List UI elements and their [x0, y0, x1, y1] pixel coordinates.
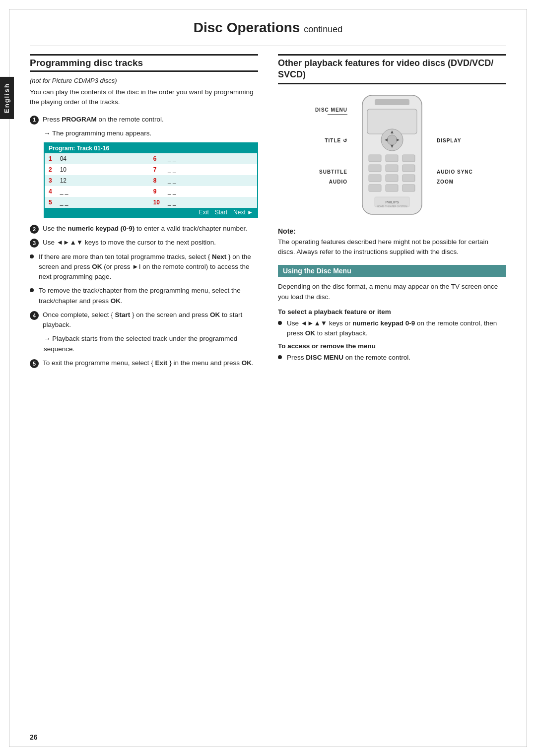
svg-text:◄: ◄: [384, 137, 389, 142]
step-3-content: Use ◄►▲▼ keys to move the cursor to the …: [43, 238, 258, 248]
program-table-header: Program: Track 01-16: [45, 143, 257, 153]
table-row: 1 04 6 _ _: [45, 153, 257, 164]
right-section-title: Other playback features for video discs …: [278, 54, 506, 84]
step-4-content: Once complete, select { Start } on the s…: [43, 310, 258, 330]
bullet-item-2: To remove the track/chapter from the pro…: [30, 286, 258, 306]
svg-rect-17: [402, 175, 415, 182]
disc-menu-label: DISC MENU: [308, 105, 347, 115]
step-1-content: Press PROGRAM on the remote control.: [43, 115, 258, 125]
svg-rect-15: [369, 175, 381, 182]
step-5: 5 To exit the programme menu, select { E…: [30, 358, 258, 368]
svg-text:►: ►: [396, 137, 401, 142]
step-2: 2 Use the numeric keypad (0-9) to enter …: [30, 224, 258, 234]
title-label: TITLE ↺: [308, 136, 347, 144]
program-table-wrapper: Program: Track 01-16 1 04 6 _ _ 2 10 7: [44, 142, 258, 218]
bullet-item-1: If there are more than ten total program…: [30, 252, 258, 282]
svg-rect-1: [375, 99, 409, 105]
subsection-text: Depending on the disc format, a menu may…: [278, 282, 506, 302]
step-num-4: 4: [30, 311, 39, 320]
page-header: Disc Operations continued: [30, 20, 506, 36]
table-row: 5 _ _ 10 _ _: [45, 197, 257, 208]
step-1: 1 Press PROGRAM on the remote control.: [30, 115, 258, 125]
display-label: DISPLAY: [437, 136, 476, 144]
access-menu-heading: To access or remove the menu: [278, 342, 506, 350]
page-number: 26: [30, 733, 38, 741]
bullet-text-2: To remove the track/chapter from the pro…: [39, 286, 258, 306]
svg-rect-16: [386, 175, 398, 182]
intro-text: You can play the contents of the disc in…: [30, 87, 258, 108]
svg-rect-14: [402, 165, 415, 172]
access-menu-dot: [278, 355, 282, 359]
svg-rect-19: [386, 185, 398, 191]
step-2-content: Use the numeric keypad (0-9) to enter a …: [43, 224, 258, 234]
select-feature-dot: [278, 321, 282, 325]
right-column: Other playback features for video discs …: [278, 54, 506, 372]
step-4: 4 Once complete, select { Start } on the…: [30, 310, 258, 330]
audio-label: AUDIO: [308, 177, 347, 185]
note-italic: (not for Picture CD/MP3 discs): [30, 77, 258, 84]
step-1-arrow: The programming menu appears.: [44, 128, 258, 138]
left-section-title: Programming disc tracks: [30, 54, 258, 72]
audio-sync-label: AUDIO SYNC: [437, 167, 476, 175]
access-menu-text: Press DISC MENU on the remote control.: [287, 353, 410, 363]
svg-text:▼: ▼: [390, 143, 395, 149]
subtitle-label: SUBTITLE: [308, 167, 347, 175]
step-4-arrow: Playback starts from the selected track …: [44, 334, 258, 354]
remote-diagram: ▲ ▼ ◄ ►: [308, 90, 476, 219]
left-column: Programming disc tracks (not for Picture…: [30, 54, 258, 372]
subsection-bar: Using the Disc Menu: [278, 265, 506, 277]
step-num-5: 5: [30, 359, 39, 368]
bullet-dot-1: [30, 254, 34, 258]
step-5-content: To exit the programme menu, select { Exi…: [43, 358, 258, 368]
svg-rect-13: [386, 165, 398, 172]
program-table-footer: Exit Start Next ►: [45, 208, 257, 217]
select-feature-bullet: Use ◄►▲▼ keys or numeric keypad 0-9 on t…: [278, 318, 506, 339]
svg-text:▲: ▲: [390, 129, 395, 134]
svg-rect-20: [402, 185, 415, 191]
continued-label: continued: [304, 24, 342, 34]
svg-text:HOME THEATER SYSTEM: HOME THEATER SYSTEM: [377, 205, 407, 208]
select-feature-text: Use ◄►▲▼ keys or numeric keypad 0-9 on t…: [287, 318, 506, 339]
remote-illustration-wrapper: ▲ ▼ ◄ ►: [278, 90, 506, 219]
step-num-1: 1: [30, 116, 39, 125]
page-title: Disc Operations continued: [30, 20, 506, 36]
step-3: 3 Use ◄►▲▼ keys to move the cursor to th…: [30, 238, 258, 248]
note-box: Note: The operating features described h…: [278, 227, 506, 257]
table-row: 3 12 8 _ _: [45, 175, 257, 186]
select-feature-heading: To select a playback feature or item: [278, 308, 506, 315]
step-num-3: 3: [30, 239, 39, 248]
zoom-label: ZOOM: [437, 177, 476, 185]
bullet-text-1: If there are more than ten total program…: [39, 252, 258, 282]
note-text: The operating features described here mi…: [278, 237, 506, 257]
table-row: 2 10 7 _ _: [45, 164, 257, 175]
svg-text:PHILIPS: PHILIPS: [385, 200, 399, 204]
svg-rect-10: [386, 155, 398, 162]
svg-rect-18: [369, 185, 381, 191]
bullet-dot-2: [30, 288, 34, 292]
table-row: 4 _ _ 9 _ _: [45, 186, 257, 197]
english-tab: English: [0, 77, 14, 119]
svg-rect-12: [369, 165, 381, 172]
access-menu-bullet: Press DISC MENU on the remote control.: [278, 353, 506, 363]
svg-rect-9: [369, 155, 381, 162]
note-title: Note:: [278, 227, 506, 235]
program-table: 1 04 6 _ _ 2 10 7 _ _ 3: [45, 153, 257, 208]
remote-svg: ▲ ▼ ◄ ►: [352, 90, 432, 219]
svg-rect-11: [402, 155, 415, 162]
step-num-2: 2: [30, 225, 39, 234]
